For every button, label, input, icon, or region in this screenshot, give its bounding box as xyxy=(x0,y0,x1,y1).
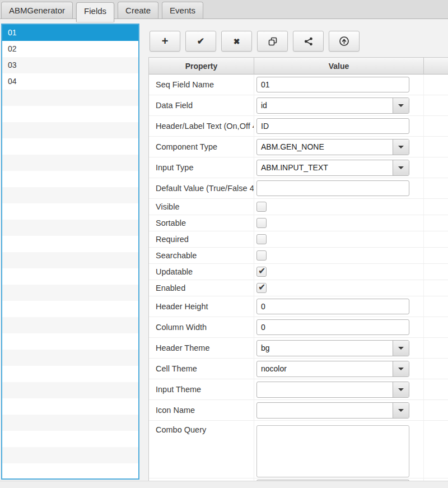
list-empty-row xyxy=(2,187,138,203)
row-filler-cell xyxy=(424,95,448,115)
combobox-dropdown-button[interactable] xyxy=(393,140,409,155)
copy-icon xyxy=(268,36,278,47)
row-filler-cell xyxy=(424,280,448,296)
field-list[interactable]: 01020304 xyxy=(1,24,139,480)
data-field-combobox[interactable]: id xyxy=(256,97,409,114)
combobox-dropdown-button[interactable] xyxy=(393,98,409,113)
column-header-property[interactable]: Property xyxy=(149,58,254,75)
property-row: Seq Field Name xyxy=(149,75,448,95)
property-row: Updatable xyxy=(149,264,448,280)
copy-button[interactable] xyxy=(257,31,288,52)
share-button[interactable] xyxy=(293,31,324,52)
row-filler-cell xyxy=(424,215,448,231)
row-filler-cell xyxy=(424,317,448,337)
row-filler-cell xyxy=(424,231,448,247)
property-row: Searchable xyxy=(149,248,448,264)
property-label: Updatable xyxy=(149,264,254,280)
property-label: Combo Query xyxy=(149,421,254,478)
list-empty-row xyxy=(2,415,138,431)
default-value-true-false-4-s-input[interactable] xyxy=(256,180,409,196)
row-filler-cell xyxy=(424,157,448,178)
tab-create[interactable]: Create xyxy=(118,2,158,18)
confirm-button[interactable]: ✔ xyxy=(185,31,216,52)
list-item-02[interactable]: 02 xyxy=(2,41,138,57)
property-label: Component Type xyxy=(149,137,254,157)
list-empty-row xyxy=(2,382,138,398)
seq-field-name-input[interactable] xyxy=(256,77,409,92)
list-empty-row xyxy=(2,171,138,187)
tab-abmgenerator[interactable]: ABMGenerator xyxy=(1,2,73,18)
list-item-04[interactable]: 04 xyxy=(2,73,138,90)
header-theme-combobox[interactable]: bg xyxy=(256,340,409,356)
cell-theme-combobox[interactable]: nocolor xyxy=(256,361,409,377)
property-value-cell: nocolor xyxy=(254,359,424,379)
property-label: Default Value (True/False 4 S... xyxy=(149,178,254,198)
property-value-cell xyxy=(254,296,424,317)
list-empty-row xyxy=(2,398,138,415)
tab-fields[interactable]: Fields xyxy=(76,2,114,22)
property-row: Header Height xyxy=(149,296,448,317)
list-empty-row xyxy=(2,236,138,252)
input-type-combobox[interactable]: ABM.INPUT_TEXT xyxy=(256,160,409,176)
visible-checkbox[interactable] xyxy=(256,202,267,212)
updatable-checkbox[interactable] xyxy=(256,267,267,277)
list-item-01[interactable]: 01 xyxy=(2,25,138,41)
property-label: Input Type xyxy=(149,157,254,178)
tab-events[interactable]: Events xyxy=(162,2,203,18)
share-icon xyxy=(304,36,314,47)
property-row: Required xyxy=(149,231,448,248)
row-filler-cell xyxy=(424,137,448,157)
row-filler-cell xyxy=(424,400,448,420)
list-empty-row xyxy=(2,122,138,138)
property-row: Header Themebg xyxy=(149,338,448,359)
required-checkbox[interactable] xyxy=(256,234,267,244)
column-header-empty[interactable] xyxy=(424,58,448,75)
component-type-combobox[interactable]: ABM.GEN_NONE xyxy=(256,139,409,155)
icon-name-combobox[interactable] xyxy=(256,402,409,419)
combobox-dropdown-button[interactable] xyxy=(393,403,409,418)
enabled-checkbox[interactable] xyxy=(256,283,267,293)
list-empty-row xyxy=(2,350,138,366)
bottom-scroll-strip xyxy=(0,481,448,488)
list-empty-row xyxy=(2,252,138,268)
property-value-cell xyxy=(254,116,424,136)
combobox-dropdown-button[interactable] xyxy=(393,382,409,397)
list-empty-row xyxy=(2,317,138,333)
sortable-checkbox[interactable] xyxy=(256,218,267,228)
combo-query-textarea[interactable] xyxy=(256,425,409,477)
combobox-value: bg xyxy=(257,341,393,356)
row-filler-cell xyxy=(424,296,448,317)
combobox-dropdown-button[interactable] xyxy=(393,361,409,377)
property-value-cell xyxy=(254,421,424,478)
upload-button[interactable] xyxy=(329,31,360,52)
row-filler-cell xyxy=(424,199,448,215)
list-empty-row xyxy=(2,220,138,236)
header-label-text-on-off-4-input[interactable] xyxy=(256,118,409,134)
combobox-dropdown-button[interactable] xyxy=(393,160,409,175)
list-empty-row xyxy=(2,106,138,122)
property-value-cell xyxy=(254,280,424,296)
property-row: Combo Query xyxy=(149,421,448,478)
chevron-down-icon xyxy=(398,409,404,412)
list-empty-row xyxy=(2,203,138,220)
combobox-dropdown-button[interactable] xyxy=(393,341,409,356)
header-height-input[interactable] xyxy=(256,299,409,314)
property-label: Icon Name xyxy=(149,400,254,420)
property-label: Data Field xyxy=(149,95,254,115)
property-row: Sortable xyxy=(149,215,448,231)
delete-button[interactable]: ✖ xyxy=(221,31,252,52)
property-label: Required xyxy=(149,231,254,247)
row-filler-cell xyxy=(424,338,448,358)
column-header-value[interactable]: Value xyxy=(254,58,424,75)
chevron-down-icon xyxy=(398,368,404,370)
add-button[interactable]: + xyxy=(150,31,180,52)
property-label: Sortable xyxy=(149,215,254,231)
column-width-input[interactable] xyxy=(256,319,409,335)
list-empty-row xyxy=(2,366,138,382)
searchable-checkbox[interactable] xyxy=(256,250,267,261)
chevron-down-icon xyxy=(398,166,404,169)
property-row: Data Fieldid xyxy=(149,95,448,116)
property-value-cell: ABM.GEN_NONE xyxy=(254,137,424,157)
input-theme-combobox[interactable] xyxy=(256,382,409,398)
list-item-03[interactable]: 03 xyxy=(2,57,138,73)
